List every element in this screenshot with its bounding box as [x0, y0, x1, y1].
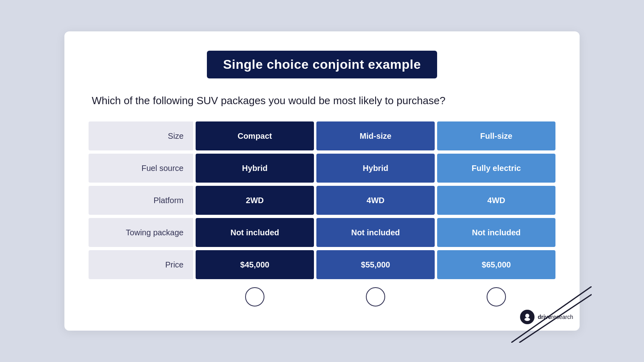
radio-cell-0	[196, 287, 314, 306]
title-box: Single choice conjoint example	[207, 51, 437, 78]
main-card: Single choice conjoint example Which of …	[64, 31, 580, 331]
svg-point-3	[524, 318, 530, 321]
survey-question: Which of the following SUV packages you …	[89, 95, 555, 107]
cell-3-col3: Not included	[437, 218, 555, 247]
table-row: Platform2WD4WD4WD	[89, 186, 555, 215]
row-label-4: Price	[89, 250, 193, 279]
cell-2-col2: 4WD	[316, 186, 435, 215]
radio-button-1[interactable]	[366, 287, 385, 306]
cell-0-col1: Compact	[196, 121, 314, 150]
cell-4-col2: $55,000	[316, 250, 435, 279]
radio-button-2[interactable]	[487, 287, 506, 306]
radio-cell-1	[316, 287, 435, 306]
cell-1-col1: Hybrid	[196, 154, 314, 183]
cell-3-col1: Not included	[196, 218, 314, 247]
cell-1-col2: Hybrid	[316, 154, 435, 183]
cell-1-col3: Fully electric	[437, 154, 555, 183]
page-title: Single choice conjoint example	[223, 57, 421, 72]
title-wrapper: Single choice conjoint example	[89, 51, 555, 78]
table-row: Fuel sourceHybridHybridFully electric	[89, 154, 555, 183]
cell-0-col3: Full-size	[437, 121, 555, 150]
cell-2-col3: 4WD	[437, 186, 555, 215]
radio-button-0[interactable]	[245, 287, 264, 306]
cell-4-col3: $65,000	[437, 250, 555, 279]
cell-0-col2: Mid-size	[316, 121, 435, 150]
brand-logo	[520, 310, 535, 324]
table-row: Price$45,000$55,000$65,000	[89, 250, 555, 279]
brand-name: driveresearch	[538, 314, 573, 320]
cell-4-col1: $45,000	[196, 250, 314, 279]
radio-cell-2	[437, 287, 555, 306]
svg-point-2	[525, 314, 529, 318]
row-label-3: Towing package	[89, 218, 193, 247]
table-row: Towing packageNot includedNot includedNo…	[89, 218, 555, 247]
cell-3-col2: Not included	[316, 218, 435, 247]
row-label-1: Fuel source	[89, 154, 193, 183]
radio-row	[89, 287, 555, 306]
row-label-0: Size	[89, 121, 193, 150]
comparison-table: SizeCompactMid-sizeFull-sizeFuel sourceH…	[89, 121, 555, 306]
brand-tag: driveresearch	[520, 310, 573, 324]
row-label-2: Platform	[89, 186, 193, 215]
cell-2-col1: 2WD	[196, 186, 314, 215]
table-row: SizeCompactMid-sizeFull-size	[89, 121, 555, 150]
